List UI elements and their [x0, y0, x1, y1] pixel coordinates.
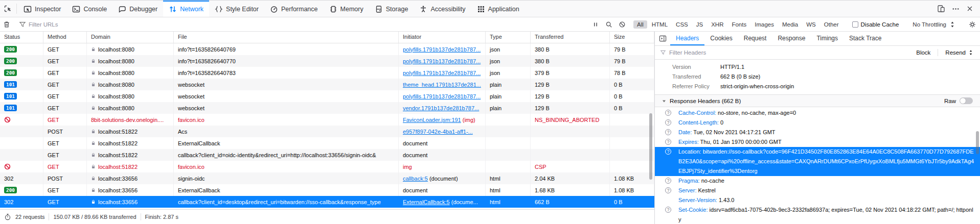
resend-button[interactable]: Resend — [941, 48, 978, 57]
column-header-type[interactable]: Type — [486, 32, 531, 43]
tab-performance[interactable]: Performance — [264, 1, 324, 17]
responsive-design-icon[interactable] — [934, 1, 948, 17]
storage-icon — [375, 5, 383, 13]
details-tab-stack-trace[interactable]: Stack Trace — [844, 32, 887, 45]
help-icon[interactable]: ? — [665, 207, 671, 213]
disable-cache-checkbox[interactable] — [852, 21, 858, 28]
raw-toggle[interactable] — [960, 97, 973, 104]
column-header-status[interactable]: Status — [0, 32, 43, 43]
network-settings-gear-icon[interactable] — [965, 17, 980, 31]
help-icon[interactable]: ? — [665, 178, 671, 184]
table-row[interactable]: 200GETlocalhost:33656ExternalCallbackdoc… — [0, 184, 654, 196]
details-scrollbar[interactable] — [976, 131, 979, 154]
filter-pill-ws[interactable]: WS — [803, 20, 819, 29]
details-tab-headers[interactable]: Headers — [670, 32, 704, 45]
response-headers-section-header[interactable]: Response Headers (662 B) Raw — [655, 94, 980, 107]
table-row[interactable]: 101GETlocalhost:8080websocketvendor.1791… — [0, 102, 654, 114]
section-title: Response Headers (662 B) — [670, 98, 741, 104]
table-row[interactable]: 101GETlocalhost:8080websocketpolyfills.1… — [0, 90, 654, 102]
initiator-link[interactable]: theme_head.1791b137de281... — [403, 82, 481, 88]
initiator-link[interactable]: FaviconLoader.jsm:191 — [403, 117, 461, 123]
clear-requests-icon[interactable] — [0, 17, 13, 31]
tab-debugger[interactable]: Debugger — [112, 1, 163, 17]
table-row[interactable]: 302POSTlocalhost:33656signin-oidccallbac… — [0, 172, 654, 184]
column-header-file[interactable]: File — [174, 32, 399, 43]
header-row[interactable]: Server-Version: 1.43.0 — [655, 195, 980, 205]
filter-pill-js[interactable]: JS — [693, 20, 706, 29]
tab-network[interactable]: Network — [163, 1, 209, 17]
tab-application[interactable]: Application — [471, 1, 525, 17]
header-row[interactable]: ?Server: Kestrel — [655, 186, 980, 195]
filter-pill-html[interactable]: HTML — [648, 20, 671, 29]
filter-pill-fonts[interactable]: Fonts — [728, 20, 750, 29]
filter-urls-input[interactable] — [29, 21, 586, 28]
filter-headers-input[interactable] — [669, 49, 909, 56]
column-header-domain[interactable]: Domain — [87, 32, 174, 43]
network-main: StatusMethodDomainFileInitiatorTypeTrans… — [0, 32, 980, 224]
header-row[interactable]: ?Date: Tue, 02 Nov 2021 04:17:21 GMT — [655, 128, 980, 137]
tab-storage[interactable]: Storage — [369, 1, 414, 17]
performance-analysis-icon[interactable] — [4, 213, 11, 220]
table-row[interactable]: 302GETlocalhost:33656callback?client_id=… — [0, 196, 654, 208]
menu-icon[interactable] — [948, 1, 963, 17]
filter-pill-media[interactable]: Media — [779, 20, 802, 29]
help-icon[interactable]: ? — [665, 139, 671, 145]
filter-pill-css[interactable]: CSS — [672, 20, 692, 29]
details-tab-cookies[interactable]: Cookies — [704, 32, 738, 45]
initiator-link[interactable]: callback:5 — [403, 176, 428, 182]
initiator-link[interactable]: polyfills.1791b137de281b787... — [403, 93, 481, 99]
pick-element-icon[interactable] — [0, 1, 15, 17]
help-icon[interactable]: ? — [665, 148, 671, 155]
table-row[interactable]: GETlocalhost:51822favicon.icoimgCSP — [0, 161, 654, 172]
help-icon[interactable]: ? — [665, 187, 671, 193]
tab-console[interactable]: Console — [66, 1, 112, 17]
column-header-method[interactable]: Method — [43, 32, 87, 43]
filter-pill-xhr[interactable]: XHR — [708, 20, 727, 29]
throttling-select[interactable]: No Throttling — [906, 21, 962, 28]
block-button[interactable]: Block — [912, 48, 935, 57]
tab-inspector[interactable]: Inspector — [18, 1, 66, 17]
pause-traffic-icon[interactable] — [589, 17, 602, 31]
initiator-link[interactable]: e957f897-042e-4ba1-aff1-... — [403, 129, 473, 135]
table-row[interactable]: 200GETlocalhost:8080info?t=1635826640770… — [0, 55, 654, 67]
close-icon[interactable] — [963, 1, 977, 17]
header-row[interactable]: ?Pragma: no-cache — [655, 176, 980, 186]
initiator-link[interactable]: vendor.1791b137de281b787... — [403, 105, 479, 111]
collapse-panel-icon[interactable] — [655, 32, 670, 45]
table-row[interactable]: GET8bit-solutions-dev.onelogin....favico… — [0, 114, 654, 126]
column-header-size[interactable]: Size — [610, 32, 654, 43]
block-requests-icon[interactable] — [616, 17, 629, 31]
details-tab-response[interactable]: Response — [772, 32, 811, 45]
tab-style-editor[interactable]: Style Editor — [209, 1, 264, 17]
column-header-transferred[interactable]: Transferred — [531, 32, 610, 43]
filter-pill-other[interactable]: Other — [821, 20, 842, 29]
table-row[interactable]: 200GETlocalhost:8080info?t=1635826640783… — [0, 67, 654, 79]
table-row[interactable]: GETlocalhost:51822ExternalCallbackdocume… — [0, 137, 654, 149]
tab-accessibility[interactable]: Accessibility — [414, 1, 471, 17]
filter-pill-all[interactable]: All — [633, 20, 647, 29]
table-row[interactable]: POSTlocalhost:51822Acse957f897-042e-4ba1… — [0, 126, 654, 137]
table-row[interactable]: GETlocalhost:51822callback?client_id=oid… — [0, 149, 654, 161]
filter-pill-images[interactable]: Images — [751, 20, 778, 29]
divider — [16, 4, 17, 14]
header-row[interactable]: ?Set-Cookie: idsrv=adf6cba1-7075-402b-9e… — [655, 205, 980, 224]
initiator-link[interactable]: polyfills.1791b137de281b787... — [403, 46, 481, 53]
request-list-scrollbar[interactable] — [649, 113, 652, 180]
table-row[interactable]: 101GETlocalhost:8080websockettheme_head.… — [0, 79, 654, 90]
tab-memory[interactable]: Memory — [324, 1, 369, 17]
column-header-initiator[interactable]: Initiator — [399, 32, 486, 43]
table-row[interactable]: 200GETlocalhost:8080info?t=1635826640769… — [0, 43, 654, 55]
header-row[interactable]: ?Expires: Thu, 01 Jan 1970 00:00:00 GMT — [655, 137, 980, 147]
header-row[interactable]: ?Location: bitwarden://sso-callback?code… — [655, 147, 980, 176]
header-row[interactable]: ?Cache-Control: no-store, no-cache, max-… — [655, 108, 980, 118]
details-tab-request[interactable]: Request — [738, 32, 772, 45]
help-icon[interactable]: ? — [665, 119, 671, 126]
initiator-link[interactable]: polyfills.1791b137de281b787... — [403, 70, 481, 76]
initiator-link[interactable]: polyfills.1791b137de281b787... — [403, 58, 481, 64]
help-icon[interactable]: ? — [665, 110, 671, 116]
search-icon[interactable] — [602, 17, 616, 31]
details-tab-timings[interactable]: Timings — [811, 32, 844, 45]
initiator-link[interactable]: ExternalCallback:5 — [403, 199, 450, 205]
help-icon[interactable]: ? — [665, 129, 671, 135]
header-row[interactable]: ?Content-Length: 0 — [655, 118, 980, 128]
